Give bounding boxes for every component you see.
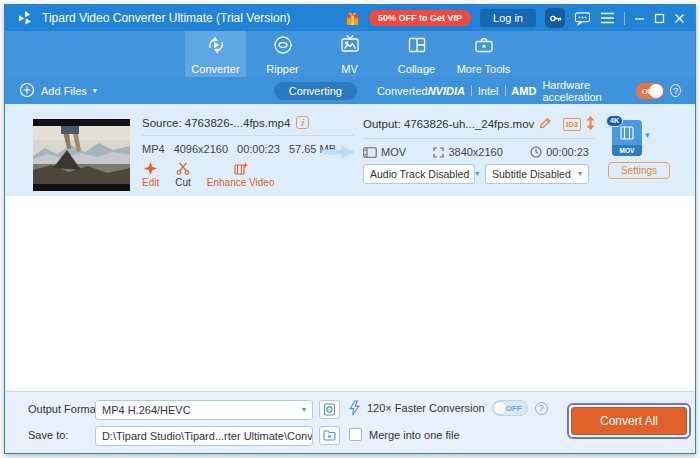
title-bar: Tipard Video Converter Ultimate (Trial V…	[5, 5, 695, 31]
chevron-down-icon: ▾	[469, 170, 479, 178]
output-profile-button[interactable]: 4K MOV ▾	[612, 120, 650, 156]
enhance-video-label: Enhance Video	[207, 177, 275, 188]
format-file-label: MOV	[612, 145, 642, 156]
edit-spark-icon	[144, 162, 157, 175]
output-duration-text: 00:00:23	[546, 146, 589, 158]
settings-button[interactable]: Settings	[608, 162, 670, 179]
media-info-icon[interactable]: i	[296, 116, 309, 129]
output-filename: Output: 4763826-uh..._24fps.mov	[363, 118, 534, 130]
output-metadata: MOV 3840x2160 00:00:23	[363, 146, 589, 158]
converted-tab[interactable]: Converted	[377, 85, 428, 97]
close-button[interactable]	[674, 13, 685, 24]
tab-ripper[interactable]: Ripper	[252, 31, 313, 77]
output-format-select[interactable]: MP4 H.264/HEVC ▾	[95, 400, 313, 420]
toggle-knob	[493, 401, 507, 415]
menu-icon[interactable]	[600, 12, 615, 24]
maximize-button[interactable]	[654, 13, 665, 24]
register-key-button[interactable]	[545, 8, 565, 28]
tab-mv[interactable]: MV	[319, 31, 380, 77]
vip-offer-button[interactable]: 50% OFF to Get VIP	[369, 10, 471, 26]
clock-icon	[530, 146, 542, 158]
app-logo-icon	[17, 10, 33, 26]
convert-direction-arrow-icon	[323, 144, 355, 164]
edit-label: Edit	[142, 177, 159, 188]
reorder-arrows-icon[interactable]	[586, 116, 595, 132]
merge-label: Merge into one file	[369, 429, 460, 441]
lightning-icon	[349, 400, 360, 416]
source-resolution: 4096x2160	[174, 143, 228, 155]
add-files-button[interactable]: Add Files ▾	[19, 82, 122, 100]
save-to-select[interactable]: D:\Tipard Studio\Tipard...rter Ultimate\…	[95, 426, 313, 446]
add-plus-icon	[19, 82, 35, 100]
convert-all-button[interactable]: Convert All	[571, 407, 687, 435]
cut-label: Cut	[175, 177, 191, 188]
hardware-acceleration-group: NVIDIA Intel AMD Hardware acceleration O…	[428, 79, 681, 103]
toggle-knob	[649, 84, 663, 98]
add-files-label: Add Files	[41, 85, 87, 97]
open-folder-button[interactable]	[319, 426, 340, 445]
output-format-label: Output Format:	[28, 403, 102, 415]
film-icon	[363, 147, 377, 158]
hardware-acceleration-label: Hardware acceleration	[542, 79, 629, 103]
dvd-disc-icon	[272, 34, 294, 60]
add-files-caret-icon: ▾	[93, 87, 97, 95]
tv-media-icon	[339, 34, 361, 60]
gpu-amd-label: AMD	[511, 85, 536, 97]
tab-collage[interactable]: Collage	[386, 31, 447, 77]
window-title: Tipard Video Converter Ultimate (Trial V…	[42, 11, 290, 25]
main-tab-bar: Converter Ripper MV	[5, 31, 695, 77]
cut-button[interactable]: Cut	[175, 162, 191, 188]
audio-track-dropdown[interactable]: Audio Track Disabled ▾	[363, 164, 475, 184]
gift-icon[interactable]	[345, 11, 360, 26]
merge-files-option[interactable]: Merge into one file	[349, 428, 460, 441]
faster-conversion-toggle[interactable]: OFF	[492, 400, 528, 416]
hardware-acceleration-toggle[interactable]: ON	[636, 83, 665, 99]
faster-conversion-group: 120× Faster Conversion OFF ?	[349, 400, 548, 416]
converting-tab[interactable]: Converting	[274, 82, 357, 100]
app-window: Tipard Video Converter Ultimate (Trial V…	[4, 4, 696, 454]
tab-converter[interactable]: Converter	[185, 31, 246, 77]
feedback-icon[interactable]	[574, 11, 591, 26]
edit-button[interactable]: Edit	[142, 162, 159, 188]
tab-collage-label: Collage	[398, 63, 435, 75]
faster-help-icon[interactable]: ?	[535, 402, 548, 415]
file-list-empty-area	[5, 196, 695, 391]
tab-more-tools-label: More Tools	[457, 63, 511, 75]
tab-more-tools[interactable]: More Tools	[453, 31, 514, 77]
divider	[142, 135, 354, 136]
chevron-down-icon: ▾	[298, 406, 306, 414]
video-thumbnail[interactable]	[33, 119, 130, 191]
tab-ripper-label: Ripper	[266, 63, 298, 75]
merge-checkbox[interactable]	[349, 428, 362, 441]
format-file-icon: 4K MOV	[612, 120, 642, 156]
tab-mv-label: MV	[341, 63, 358, 75]
collage-grid-icon	[406, 34, 428, 60]
titlebar-separator	[624, 12, 625, 25]
login-button[interactable]: Log in	[480, 9, 536, 27]
source-filename: Source: 4763826-...4fps.mp4	[142, 117, 290, 129]
source-duration: 00:00:23	[237, 143, 280, 155]
output-info-block: Output: 4763826-uh..._24fps.mov ID3	[363, 116, 595, 184]
scissors-icon	[176, 162, 190, 175]
folder-icon	[323, 430, 336, 441]
output-format-text: MOV	[381, 146, 406, 158]
format-chevron-icon: ▾	[645, 130, 650, 140]
convert-all-highlight-ring: Convert All	[567, 403, 691, 439]
hw-help-icon[interactable]: ?	[670, 84, 681, 97]
gpu-nvidia-label: NVIDIA	[428, 85, 465, 97]
gpu-intel-label: Intel	[478, 85, 499, 97]
resolution-expand-icon	[433, 147, 444, 158]
source-format: MP4	[142, 143, 165, 155]
divider	[363, 138, 595, 139]
converter-icon	[205, 34, 227, 60]
rename-pencil-icon[interactable]	[539, 117, 552, 131]
output-resolution-text: 3840x2160	[448, 146, 502, 158]
save-to-label: Save to:	[28, 429, 68, 441]
file-toolbar: Add Files ▾ Converting Converted NVIDIA …	[5, 77, 695, 104]
id3-tag-button[interactable]: ID3	[563, 118, 581, 131]
file-list-item: Source: 4763826-...4fps.mp4 i MP4 4096x2…	[5, 104, 695, 196]
format-settings-button[interactable]	[319, 400, 340, 419]
subtitle-dropdown[interactable]: Subtitle Disabled ▾	[485, 164, 589, 184]
minimize-button[interactable]	[634, 13, 645, 24]
enhance-video-button[interactable]: Enhance Video	[207, 162, 275, 188]
